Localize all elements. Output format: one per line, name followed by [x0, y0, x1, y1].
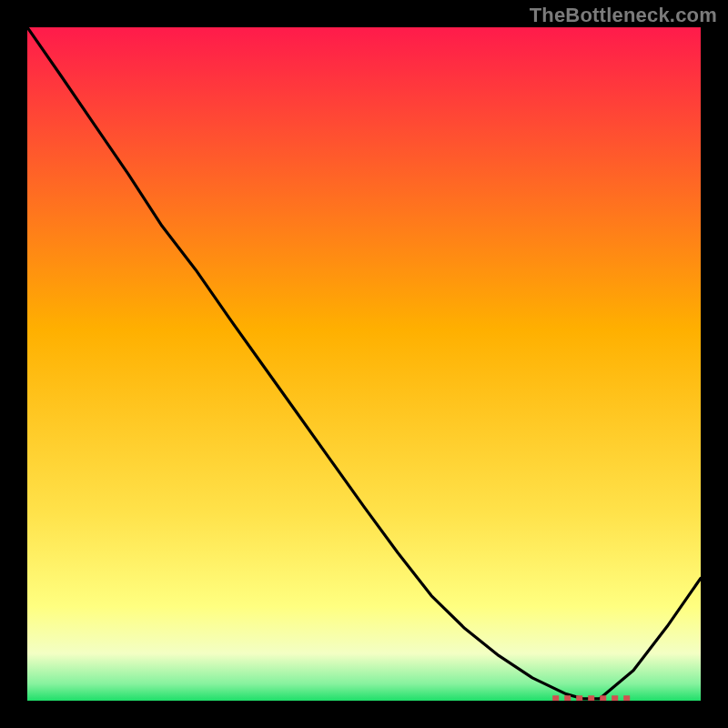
gradient-bg	[27, 27, 701, 701]
plot-area	[27, 27, 701, 701]
watermark-label: TheBottleneck.com	[530, 4, 717, 27]
chart-svg	[27, 27, 701, 701]
chart-frame: TheBottleneck.com	[0, 0, 728, 728]
